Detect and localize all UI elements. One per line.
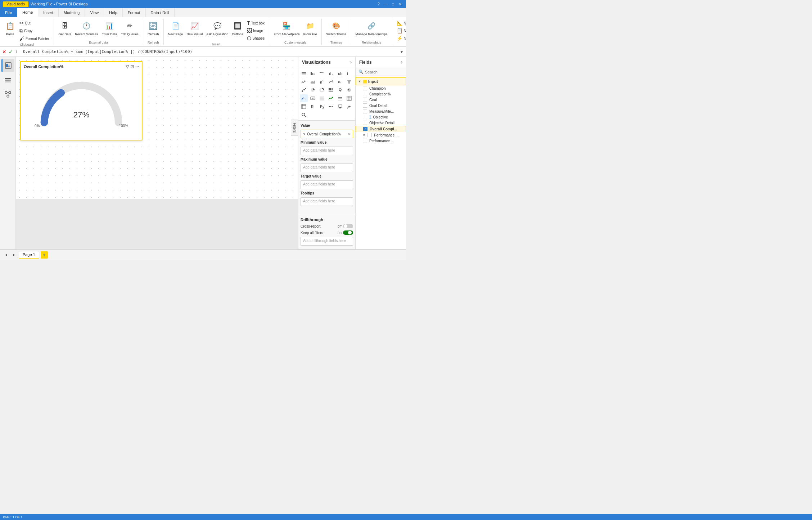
viz-table[interactable] [345,94,353,102]
viz-search-insights[interactable] [300,111,308,119]
buttons-button[interactable]: 🔲 Buttons [230,19,245,37]
viz-more[interactable] [327,103,335,111]
cross-report-switch[interactable] [343,224,353,228]
prev-page-button[interactable]: ◄ [3,252,9,257]
field-overall-completion-check[interactable]: ✓ [363,127,367,131]
field-measure-mile[interactable]: Measure/Mile... [356,108,406,114]
viz-analytics[interactable] [345,103,353,111]
copy-button[interactable]: ⧉ Copy [18,27,51,35]
viz-ribbon[interactable] [327,78,335,86]
field-champion-check[interactable] [363,86,367,90]
value-chevron[interactable]: ∨ [303,132,306,136]
keep-filters-toggle[interactable]: on [338,230,353,235]
minimize-button[interactable]: − [383,1,389,7]
viz-multi-row-card[interactable] [318,94,326,102]
viz-format-paint[interactable] [336,103,344,111]
formula-expand-button[interactable]: ▼ [400,49,404,54]
field-goal-detail[interactable]: Goal Detail [356,103,406,108]
switch-theme-button[interactable]: 🎨 Switch Theme [325,19,348,37]
new-quick-measure-button[interactable]: ⚡ New Quick Measure [395,35,406,42]
max-value-dropzone[interactable]: Add data fields here [301,163,353,172]
field-completion-check[interactable] [363,92,367,96]
focus-icon[interactable]: ⊡ [130,64,134,69]
value-dropzone[interactable]: ∨ Overall Completion% ✕ [301,130,353,138]
recent-sources-button[interactable]: 🕐 Recent Sources [73,19,99,37]
page-1-tab[interactable]: Page 1 [19,251,39,259]
shapes-button[interactable]: ⬡ Shapes [245,35,266,42]
viz-donut[interactable] [318,86,326,94]
field-performance-2-check[interactable] [363,139,367,143]
viz-pie[interactable] [309,86,317,94]
paste-button[interactable]: 📋 Paste [3,19,17,37]
drillthrough-dropzone[interactable]: Add drillthrough fields here [301,237,353,246]
tab-file[interactable]: File [0,8,17,17]
viz-matrix[interactable] [300,103,308,111]
fields-group-input[interactable]: ▼ ▦ Input [356,77,406,85]
field-goal-detail-check[interactable] [363,103,367,108]
keep-filters-switch[interactable] [343,230,353,235]
field-objective-check[interactable] [363,115,367,119]
viz-python[interactable]: Py [318,103,326,111]
field-objective-detail-check[interactable] [363,121,367,125]
viz-stacked-bar[interactable] [300,70,308,77]
viz-100-stacked-column[interactable] [345,70,353,77]
format-painter-button[interactable]: 🖌 Format Painter [18,35,51,42]
viz-card[interactable]: 42 [309,94,317,102]
sign-in-link[interactable]: Sign in [359,1,371,7]
tab-help[interactable]: Help [104,8,123,17]
tab-insert[interactable]: Insert [38,8,59,17]
ask-question-button[interactable]: 💬 Ask A Question [205,19,230,37]
search-input[interactable] [365,70,406,74]
viz-line-column[interactable] [318,78,326,86]
new-measure-button[interactable]: 📐 New Measure [395,19,406,27]
field-completion[interactable]: Completion% [356,91,406,97]
field-performance-2[interactable]: Performance ... [356,138,406,144]
filter-icon[interactable]: ▽ [126,64,129,69]
viz-scatter[interactable] [300,86,308,94]
tooltips-dropzone[interactable]: Add data fields here [301,197,353,206]
field-performance-1-check[interactable] [367,133,372,137]
image-button[interactable]: 🖼 Image [245,27,266,34]
from-file-button[interactable]: 📁 From File [302,19,319,37]
sidebar-data-button[interactable] [1,73,14,86]
tab-view[interactable]: View [85,8,104,17]
get-data-button[interactable]: 🗄 Get Data [57,19,73,37]
tab-home[interactable]: Home [17,8,38,17]
viz-gauge[interactable] [300,94,308,102]
target-value-dropzone[interactable]: Add data fields here [301,180,353,189]
from-marketplace-button[interactable]: 🏪 From Marketplace [272,19,301,37]
enter-data-button[interactable]: 📊 Enter Data [100,19,118,37]
next-page-button[interactable]: ► [11,252,17,257]
new-page-button[interactable]: 📄 New Page [167,19,185,37]
viz-treemap[interactable] [327,86,335,94]
viz-clustered-column[interactable] [336,70,344,77]
more-options-icon[interactable]: ··· [135,64,139,69]
help-button[interactable]: ? [376,1,382,7]
cross-report-toggle[interactable]: off [338,224,353,228]
min-value-dropzone[interactable]: Add data fields here [301,147,353,155]
field-objective-detail[interactable]: Objective Detail [356,120,406,126]
cut-button[interactable]: ✂ Cut [18,19,51,27]
maximize-button[interactable]: □ [390,1,396,7]
viz-expand-icon[interactable]: › [350,60,352,65]
new-visual-button[interactable]: 📈 New Visual [185,19,204,37]
refresh-button[interactable]: 🔄 Refresh [146,19,161,37]
value-remove-icon[interactable]: ✕ [348,132,351,136]
field-objective[interactable]: Σ Objective [356,114,406,120]
viz-clustered-bar[interactable] [309,70,317,77]
field-overall-completion[interactable]: ✓ Overall Compl... [356,126,406,132]
sidebar-report-button[interactable] [1,59,14,72]
edit-queries-button[interactable]: ✏ Edit Queries [119,19,140,37]
field-goal-check[interactable] [363,98,367,102]
field-performance-1-expand[interactable]: ∨ [363,133,365,137]
viz-slicer[interactable] [336,94,344,102]
field-goal[interactable]: Goal [356,97,406,103]
manage-relationships-button[interactable]: 🔗 Manage Relationships [354,19,389,37]
filter-toggle[interactable]: Filters [291,120,298,136]
viz-waterfall[interactable] [336,78,344,86]
new-column-button[interactable]: 📋 New Column [395,27,406,34]
viz-100-stacked-bar[interactable] [318,70,326,77]
field-measure-mile-check[interactable] [363,109,367,113]
text-box-button[interactable]: T Text box [245,19,266,27]
sidebar-model-button[interactable] [1,88,14,101]
